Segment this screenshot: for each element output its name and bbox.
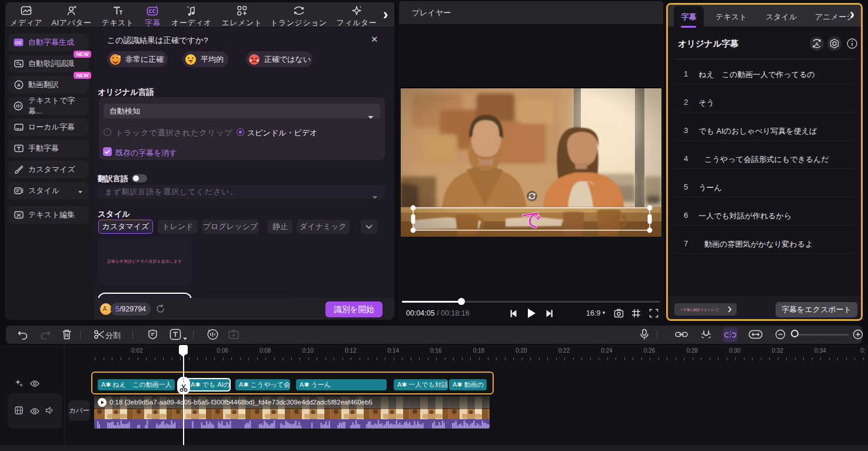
svg-text:✧字幕の翻訳スタイル ⓘ: ✧字幕の翻訳スタイル ⓘ [680,308,719,311]
svg-text:で: で [522,209,541,230]
svg-text:CC: CC [15,40,22,45]
svg-text:A: A [17,82,21,88]
svg-text:A: A [815,41,819,47]
